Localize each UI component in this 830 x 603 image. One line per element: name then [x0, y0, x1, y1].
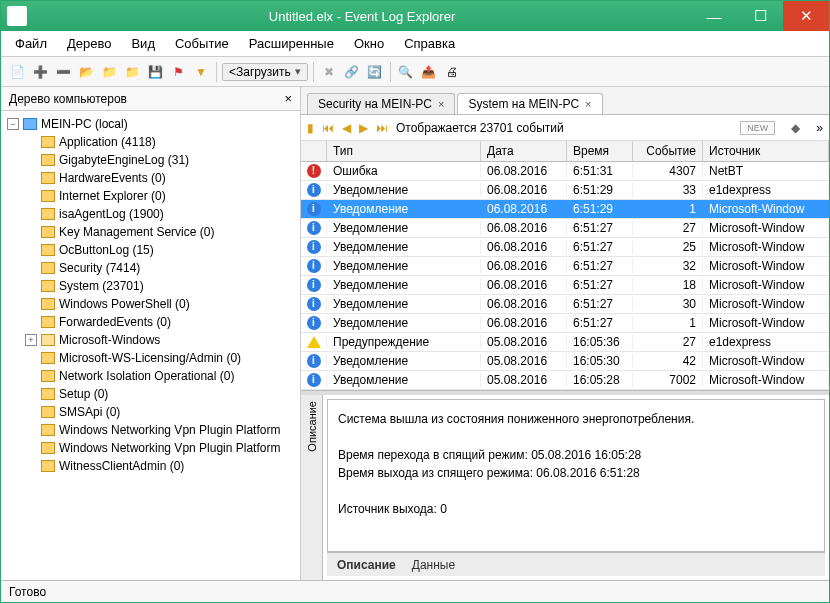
- tool-remove-icon[interactable]: ➖: [53, 62, 73, 82]
- menu-окно[interactable]: Окно: [346, 33, 392, 54]
- panel-close-icon[interactable]: ×: [284, 91, 292, 106]
- status-bar: Готово: [1, 580, 829, 602]
- tab-label: Security на MEIN-PC: [318, 97, 432, 111]
- nav-last-icon[interactable]: ⏭: [376, 121, 388, 135]
- cell: Уведомление: [327, 297, 481, 311]
- separator: [313, 62, 314, 82]
- nav-next-icon[interactable]: ▶: [359, 121, 368, 135]
- tree-toggle-icon[interactable]: +: [25, 334, 37, 346]
- menu-дерево[interactable]: Дерево: [59, 33, 119, 54]
- tree-branch[interactable]: +Microsoft-Windows: [7, 331, 300, 349]
- tool-save-icon[interactable]: 💾: [145, 62, 165, 82]
- tab-close-icon[interactable]: ×: [585, 98, 591, 110]
- grid-header-Тип[interactable]: Тип: [327, 141, 481, 161]
- tool-export-icon[interactable]: 📤: [419, 62, 439, 82]
- cell: 27: [633, 221, 703, 235]
- tree-item[interactable]: HardwareEvents (0): [7, 169, 300, 187]
- tree-item[interactable]: Key Management Service (0): [7, 223, 300, 241]
- grid-header-Время[interactable]: Время: [567, 141, 633, 161]
- tool-print-icon[interactable]: 🖨: [442, 62, 462, 82]
- maximize-button[interactable]: ☐: [737, 1, 783, 31]
- table-row[interactable]: iУведомление06.08.20166:51:2727Microsoft…: [301, 219, 829, 238]
- window-title: Untitled.elx - Event Log Explorer: [33, 9, 691, 24]
- table-row[interactable]: iУведомление06.08.20166:51:2730Microsoft…: [301, 295, 829, 314]
- tree-item[interactable]: Security (7414): [7, 259, 300, 277]
- tree-item[interactable]: Windows Networking Vpn Plugin Platform: [7, 421, 300, 439]
- menu-событие[interactable]: Событие: [167, 33, 237, 54]
- tree-item[interactable]: Internet Explorer (0): [7, 187, 300, 205]
- tool-new-icon[interactable]: 📄: [7, 62, 27, 82]
- tool-clearfilter-icon[interactable]: ✖: [319, 62, 339, 82]
- table-row[interactable]: iУведомление06.08.20166:51:2933e1dexpres…: [301, 181, 829, 200]
- tool-refresh-icon[interactable]: 🔄: [365, 62, 385, 82]
- menu-расширенные[interactable]: Расширенные: [241, 33, 342, 54]
- log-tab[interactable]: Security на MEIN-PC×: [307, 93, 455, 114]
- tool-add-icon[interactable]: ➕: [30, 62, 50, 82]
- nav-first-icon[interactable]: ⏮: [322, 121, 334, 135]
- tree-label: HardwareEvents (0): [59, 171, 166, 185]
- tree-item[interactable]: Windows Networking Vpn Plugin Platform: [7, 439, 300, 457]
- cell: Microsoft-Window: [703, 278, 829, 292]
- tool-filter-icon[interactable]: ▼: [191, 62, 211, 82]
- cell: 6:51:29: [567, 183, 633, 197]
- tree-item[interactable]: Application (4118): [7, 133, 300, 151]
- table-row[interactable]: iУведомление06.08.20166:51:291Microsoft-…: [301, 200, 829, 219]
- tool-link-icon[interactable]: 🔗: [342, 62, 362, 82]
- nav-prev-icon[interactable]: ◀: [342, 121, 351, 135]
- tool-clear-icon[interactable]: ⚑: [168, 62, 188, 82]
- load-button[interactable]: <Загрузить ▾: [222, 63, 308, 81]
- nav-more-icon[interactable]: »: [816, 121, 823, 135]
- tree-item[interactable]: Windows PowerShell (0): [7, 295, 300, 313]
- menu-вид[interactable]: Вид: [123, 33, 163, 54]
- table-row[interactable]: iУведомление06.08.20166:51:2718Microsoft…: [301, 276, 829, 295]
- tree-item[interactable]: System (23701): [7, 277, 300, 295]
- toolbar: 📄 ➕ ➖ 📂 📁 📁 💾 ⚑ ▼ <Загрузить ▾ ✖ 🔗 🔄 🔍 📤…: [1, 57, 829, 87]
- nav-chip-icon[interactable]: ◆: [791, 121, 800, 135]
- tree-item[interactable]: Setup (0): [7, 385, 300, 403]
- tool-folder2-icon[interactable]: 📁: [122, 62, 142, 82]
- window-controls: — ☐ ✕: [691, 1, 829, 31]
- tree-item[interactable]: SMSApi (0): [7, 403, 300, 421]
- table-row[interactable]: iУведомление05.08.201616:05:3042Microsof…: [301, 352, 829, 371]
- table-row[interactable]: Предупреждение05.08.201616:05:3627e1dexp…: [301, 333, 829, 352]
- grid-header-Событие[interactable]: Событие: [633, 141, 703, 161]
- tree-label: Security (7414): [59, 261, 140, 275]
- cell: 6:51:27: [567, 297, 633, 311]
- tool-open-icon[interactable]: 📂: [76, 62, 96, 82]
- detail-vertical-tab[interactable]: Описание: [301, 395, 323, 580]
- table-row[interactable]: iУведомление06.08.20166:51:271Microsoft-…: [301, 314, 829, 333]
- cell: Уведомление: [327, 278, 481, 292]
- tree-root[interactable]: −MEIN-PC (local): [7, 115, 300, 133]
- log-tab[interactable]: System на MEIN-PC×: [457, 93, 602, 114]
- grid-header-Источник[interactable]: Источник: [703, 141, 829, 161]
- tree-item[interactable]: GigabyteEngineLog (31): [7, 151, 300, 169]
- tool-folder-icon[interactable]: 📁: [99, 62, 119, 82]
- tree-item[interactable]: Network Isolation Operational (0): [7, 367, 300, 385]
- table-row[interactable]: iУведомление06.08.20166:51:2732Microsoft…: [301, 257, 829, 276]
- detail-tab-Описание[interactable]: Описание: [337, 558, 396, 572]
- cell: Уведомление: [327, 316, 481, 330]
- minimize-button[interactable]: —: [691, 1, 737, 31]
- tree-item[interactable]: Microsoft-WS-Licensing/Admin (0): [7, 349, 300, 367]
- menu-файл[interactable]: Файл: [7, 33, 55, 54]
- tree-item[interactable]: isaAgentLog (1900): [7, 205, 300, 223]
- cell: 16:05:28: [567, 373, 633, 387]
- cell: Microsoft-Window: [703, 221, 829, 235]
- detail-tab-Данные[interactable]: Данные: [412, 558, 455, 572]
- tab-close-icon[interactable]: ×: [438, 98, 444, 110]
- cell: Microsoft-Window: [703, 259, 829, 273]
- tree-toggle-icon[interactable]: −: [7, 118, 19, 130]
- tree-item[interactable]: WitnessClientAdmin (0): [7, 457, 300, 475]
- table-row[interactable]: iУведомление05.08.201616:05:287002Micros…: [301, 371, 829, 390]
- table-row[interactable]: !Ошибка06.08.20166:51:314307NetBT: [301, 162, 829, 181]
- tree-item[interactable]: OcButtonLog (15): [7, 241, 300, 259]
- menu-справка[interactable]: Справка: [396, 33, 463, 54]
- grid-header-Дата[interactable]: Дата: [481, 141, 567, 161]
- separator: [216, 62, 217, 82]
- close-button[interactable]: ✕: [783, 1, 829, 31]
- grid-header-[interactable]: [301, 141, 327, 161]
- tree-label: GigabyteEngineLog (31): [59, 153, 189, 167]
- tool-find-icon[interactable]: 🔍: [396, 62, 416, 82]
- table-row[interactable]: iУведомление06.08.20166:51:2725Microsoft…: [301, 238, 829, 257]
- tree-item[interactable]: ForwardedEvents (0): [7, 313, 300, 331]
